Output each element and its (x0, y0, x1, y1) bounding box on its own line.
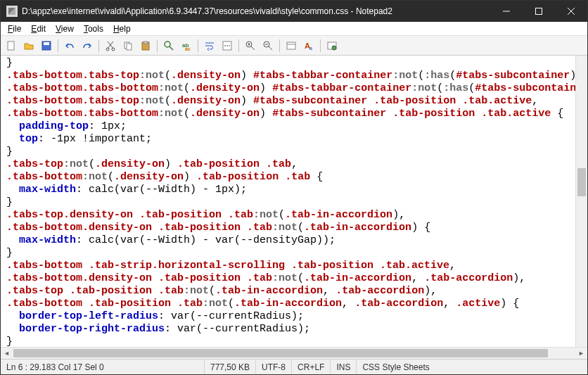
status-language: CSS Style Sheets (357, 360, 587, 374)
settings-icon[interactable] (324, 38, 340, 53)
svg-text:ac: ac (185, 46, 191, 51)
menu-file[interactable]: File (4, 23, 25, 34)
undo-icon[interactable] (62, 38, 77, 53)
scroll-right-icon[interactable]: ► (575, 348, 587, 359)
svg-text:a: a (309, 46, 312, 51)
menu-help[interactable]: Help (109, 23, 135, 34)
redo-icon[interactable] (79, 38, 95, 53)
svg-rect-0 (536, 8, 542, 15)
window-title: D:\appz\exe\internet\vivaldi\Application… (22, 6, 490, 16)
find-icon[interactable] (161, 38, 177, 53)
replace-icon[interactable]: abac (179, 38, 194, 53)
save-icon[interactable] (39, 38, 54, 53)
menu-tools[interactable]: Tools (79, 23, 108, 34)
vertical-scrollbar[interactable] (575, 56, 587, 347)
new-icon[interactable] (4, 38, 19, 53)
svg-rect-1 (8, 42, 14, 50)
paste-icon[interactable] (138, 38, 153, 53)
svg-point-16 (229, 45, 230, 46)
svg-rect-9 (143, 42, 148, 44)
statusbar: Ln 6 : 29.183 Col 17 Sel 0 777,50 KB UTF… (1, 359, 587, 374)
wordwrap-icon[interactable] (202, 38, 217, 53)
status-encoding: UTF-8 (256, 360, 292, 374)
editor[interactable]: } .tabs-bottom.tabs-top:not(.density-on)… (1, 56, 575, 347)
separator (157, 39, 158, 52)
menu-view[interactable]: View (51, 23, 78, 34)
close-button[interactable] (555, 1, 587, 22)
status-eol: CR+LF (292, 360, 331, 374)
app-icon (6, 6, 18, 17)
zoom-in-icon[interactable] (243, 38, 258, 53)
svg-rect-7 (127, 44, 132, 50)
whitespace-icon[interactable] (219, 38, 235, 53)
svg-rect-3 (44, 42, 49, 45)
svg-point-15 (226, 45, 228, 46)
font-icon[interactable]: Aa (301, 38, 317, 53)
scroll-thumb[interactable] (577, 168, 586, 196)
status-size: 777,50 KB (205, 360, 256, 374)
cut-icon[interactable] (103, 38, 118, 53)
separator (279, 39, 280, 52)
svg-point-10 (165, 42, 170, 47)
titlebar: D:\appz\exe\internet\vivaldi\Application… (1, 1, 587, 22)
copy-icon[interactable] (120, 38, 136, 53)
svg-point-23 (332, 46, 336, 50)
scheme-icon[interactable] (283, 38, 299, 53)
menubar: File Edit View Tools Help (1, 22, 587, 36)
status-position: Ln 6 : 29.183 Col 17 Sel 0 (1, 360, 205, 374)
menu-edit[interactable]: Edit (27, 23, 50, 34)
svg-rect-19 (287, 42, 295, 49)
svg-point-14 (224, 45, 226, 46)
separator (320, 39, 321, 52)
separator (198, 39, 198, 52)
open-icon[interactable] (21, 38, 37, 53)
toolbar: abac Aa (1, 36, 587, 56)
maximize-button[interactable] (523, 1, 555, 22)
scroll-left-icon[interactable]: ◄ (1, 348, 13, 359)
separator (98, 39, 99, 52)
horizontal-scrollbar[interactable]: ◄ ► (1, 347, 587, 359)
separator (58, 39, 58, 52)
zoom-out-icon[interactable] (260, 38, 276, 53)
separator (238, 39, 239, 52)
status-mode: INS (331, 360, 357, 374)
scroll-thumb[interactable] (13, 349, 548, 357)
minimize-button[interactable] (490, 1, 523, 22)
